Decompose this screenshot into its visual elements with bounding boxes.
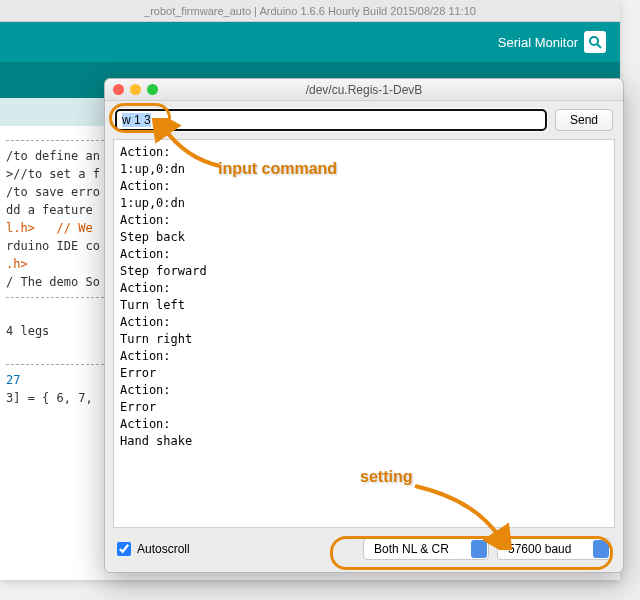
baud-rate-select[interactable]: 57600 baud: [497, 538, 611, 560]
minimize-icon[interactable]: [130, 84, 141, 95]
serial-monitor-button[interactable]: Serial Monitor: [498, 31, 606, 53]
magnifier-icon: [584, 31, 606, 53]
monitor-input-row: Send: [105, 101, 623, 139]
send-button[interactable]: Send: [555, 109, 613, 131]
autoscroll-input[interactable]: [117, 542, 131, 556]
autoscroll-label: Autoscroll: [137, 542, 190, 556]
ide-title: _robot_firmware_auto | Arduino 1.6.6 Hou…: [144, 5, 476, 17]
monitor-titlebar[interactable]: /dev/cu.Regis-1-DevB: [105, 79, 623, 101]
zoom-icon[interactable]: [147, 84, 158, 95]
monitor-footer: Autoscroll Both NL & CR ▲▼ 57600 baud ▲▼: [105, 528, 623, 572]
monitor-title: /dev/cu.Regis-1-DevB: [306, 83, 423, 97]
command-input[interactable]: [115, 109, 547, 131]
serial-monitor-window: /dev/cu.Regis-1-DevB Send Action: 1:up,0…: [104, 78, 624, 573]
ide-header-bar: Serial Monitor: [0, 22, 620, 62]
line-ending-select[interactable]: Both NL & CR: [363, 538, 489, 560]
serial-output[interactable]: Action: 1:up,0:dn Action: 1:up,0:dn Acti…: [113, 139, 615, 528]
svg-point-0: [590, 37, 598, 45]
close-icon[interactable]: [113, 84, 124, 95]
window-controls[interactable]: [113, 84, 158, 95]
svg-line-1: [597, 44, 601, 48]
ide-titlebar: _robot_firmware_auto | Arduino 1.6.6 Hou…: [0, 0, 620, 22]
autoscroll-checkbox[interactable]: Autoscroll: [117, 542, 190, 556]
serial-monitor-label: Serial Monitor: [498, 35, 578, 50]
